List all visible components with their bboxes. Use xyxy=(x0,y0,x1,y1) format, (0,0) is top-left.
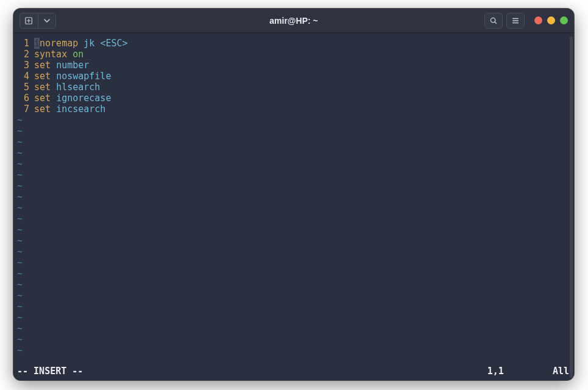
code-line: 3set number xyxy=(17,60,565,71)
line-number: 3 xyxy=(17,60,34,71)
line-number: 1 xyxy=(17,38,34,49)
editor-viewport[interactable]: 1inoremap jk <ESC>2syntax on3set number4… xyxy=(13,33,569,380)
token: set xyxy=(34,104,51,115)
vim-cursor-position: 1,1 xyxy=(487,366,553,377)
titlebar-left-group xyxy=(19,13,56,29)
window-minimize-button[interactable] xyxy=(547,16,555,24)
token: noremap xyxy=(40,38,78,49)
window-maximize-button[interactable] xyxy=(560,16,568,24)
empty-line-tilde: ~ xyxy=(17,257,565,268)
line-content: inoremap jk <ESC> xyxy=(34,38,128,49)
vim-scroll-scope: All xyxy=(553,366,569,377)
menu-button[interactable] xyxy=(506,13,525,29)
line-content: set noswapfile xyxy=(34,71,111,82)
token: number xyxy=(56,60,89,71)
titlebar: amir@HP: ~ xyxy=(13,9,574,33)
token: <ESC> xyxy=(100,38,127,49)
empty-line-tilde: ~ xyxy=(17,169,565,180)
empty-line-tilde: ~ xyxy=(17,147,565,158)
code-line: 4set noswapfile xyxy=(17,71,565,82)
chevron-down-icon xyxy=(44,18,50,24)
new-tab-dropdown-button[interactable] xyxy=(38,13,56,29)
token: set xyxy=(34,82,51,93)
line-number: 7 xyxy=(17,104,34,115)
search-icon xyxy=(489,16,498,25)
token xyxy=(51,60,56,71)
vim-mode: -- INSERT -- xyxy=(17,366,83,377)
token: jk xyxy=(83,38,94,49)
window-close-button[interactable] xyxy=(534,16,542,24)
empty-line-tilde: ~ xyxy=(17,268,565,279)
line-number: 6 xyxy=(17,93,34,104)
empty-line-tilde: ~ xyxy=(17,180,565,191)
token: ignorecase xyxy=(56,93,111,104)
new-tab-button[interactable] xyxy=(19,13,38,29)
empty-line-tilde: ~ xyxy=(17,158,565,169)
empty-line-tilde: ~ xyxy=(17,246,565,257)
empty-line-tilde: ~ xyxy=(17,290,565,301)
line-content: set number xyxy=(34,60,89,71)
token: set xyxy=(34,71,51,82)
line-content: set hlsearch xyxy=(34,82,100,93)
terminal-body[interactable]: 1inoremap jk <ESC>2syntax on3set number4… xyxy=(13,33,574,380)
code-line: 7set incsearch xyxy=(17,104,565,115)
empty-line-tilde: ~ xyxy=(17,345,565,356)
empty-line-tilde: ~ xyxy=(17,136,565,147)
token xyxy=(51,82,56,93)
empty-line-tilde: ~ xyxy=(17,323,565,334)
token: incsearch xyxy=(56,104,105,115)
token: hlsearch xyxy=(56,82,100,93)
titlebar-right-group xyxy=(484,13,568,29)
token: noswapfile xyxy=(56,71,111,82)
search-button[interactable] xyxy=(484,13,503,29)
line-number: 4 xyxy=(17,71,34,82)
status-spacer xyxy=(83,366,487,377)
token xyxy=(51,71,56,82)
empty-line-tilde: ~ xyxy=(17,213,565,224)
token: set xyxy=(34,60,51,71)
code-line: 6set ignorecase xyxy=(17,93,565,104)
empty-line-tilde: ~ xyxy=(17,235,565,246)
line-content: set ignorecase xyxy=(34,93,111,104)
hamburger-icon xyxy=(511,16,520,25)
line-content: syntax on xyxy=(34,49,83,60)
code-line: 2syntax on xyxy=(17,49,565,60)
code-line: 5set hlsearch xyxy=(17,82,565,93)
cursor: i xyxy=(34,38,40,49)
empty-line-tilde: ~ xyxy=(17,301,565,312)
empty-line-tilde: ~ xyxy=(17,334,565,345)
line-number: 5 xyxy=(17,82,34,93)
line-content: set incsearch xyxy=(34,104,105,115)
scrollbar[interactable] xyxy=(570,37,573,378)
empty-line-tilde: ~ xyxy=(17,202,565,213)
line-number: 2 xyxy=(17,49,34,60)
new-tab-icon xyxy=(25,16,34,25)
window-controls xyxy=(534,16,568,24)
token xyxy=(78,38,83,49)
token xyxy=(51,104,56,115)
terminal-window: amir@HP: ~ 1inoremap jk <ESC>2syntax on3 xyxy=(13,9,574,380)
code-line: 1inoremap jk <ESC> xyxy=(17,38,565,49)
empty-line-tilde: ~ xyxy=(17,191,565,202)
token: syntax xyxy=(34,49,67,60)
token: set xyxy=(34,93,51,104)
token xyxy=(51,93,56,104)
token xyxy=(67,49,73,60)
empty-line-tilde: ~ xyxy=(17,279,565,290)
empty-line-tilde: ~ xyxy=(17,312,565,323)
token: on xyxy=(73,49,83,60)
empty-line-tilde: ~ xyxy=(17,115,565,126)
empty-line-tilde: ~ xyxy=(17,224,565,235)
vim-statusbar: -- INSERT -- 1,1 All xyxy=(17,366,569,377)
empty-line-tilde: ~ xyxy=(17,126,565,136)
